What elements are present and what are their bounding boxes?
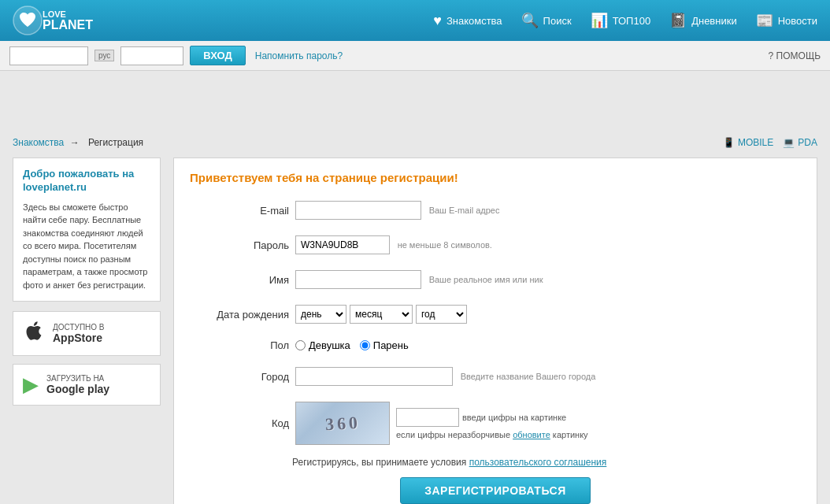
breadcrumb-parent[interactable]: Знакомства [13, 137, 64, 148]
gender-female-text: Девушка [309, 339, 350, 351]
remind-password-link[interactable]: Напомнить пароль? [255, 50, 343, 61]
breadcrumb-separator: → [70, 137, 80, 148]
captcha-container: 360 введи цифры на картинке если цифры н… [295, 402, 798, 445]
name-hint: Ваше реальное имя или ник [429, 275, 543, 284]
nav-dating[interactable]: ♥ Знакомства [433, 13, 502, 29]
dob-month-select[interactable]: месяц [350, 305, 413, 324]
captcha-image: 360 [295, 402, 390, 445]
nav-news[interactable]: 📰 Новости [756, 12, 817, 29]
mobile-icon: 📱 [723, 137, 735, 148]
password-lang-label: рус [94, 50, 114, 61]
pda-link[interactable]: 💻 PDA [783, 137, 817, 148]
city-hint: Введите название Вашего города [461, 372, 596, 381]
logo-text-bottom: PLANET [43, 19, 93, 32]
captcha-text: 360 [324, 412, 361, 434]
captcha-input-row: введи цифры на картинке [396, 408, 588, 427]
register-button[interactable]: ЗАРЕГИСТРИРОВАТЬСЯ [400, 477, 591, 504]
name-row: Имя Ваше реальное имя или ник [190, 266, 801, 293]
nav-top100[interactable]: 📊 ТОП100 [591, 12, 651, 29]
captcha-row: Код 360 введи цифры на картинке е [190, 398, 801, 449]
gender-male-radio[interactable] [360, 340, 370, 350]
email-label: E-mail [190, 197, 292, 224]
dob-selects: день месяц год [295, 305, 798, 324]
password-input[interactable] [295, 235, 390, 254]
gender-row: Пол Девушка Парень [190, 335, 801, 355]
registration-form: E-mail Ваш E-mail адрес Пароль не меньше… [190, 197, 801, 449]
sidebar-welcome-text: Здесь вы сможете быстро найти себе пару.… [23, 201, 150, 292]
captcha-hint: введи цифры на картинке [462, 413, 566, 422]
agree-text: Регистрируясь, вы принимаете условия [292, 457, 466, 468]
captcha-refresh-row: если цифры неразборчивые обновите картин… [396, 430, 588, 439]
pda-icon: 💻 [783, 137, 795, 148]
name-input[interactable] [295, 270, 421, 289]
breadcrumb-bar: Знакомства → Регистрация 📱 MOBILE 💻 PDA [0, 134, 830, 151]
gender-label: Пол [190, 335, 292, 355]
dob-label: Дата рождения [190, 301, 292, 328]
captcha-refresh-link[interactable]: обновите [513, 430, 550, 439]
googleplay-box[interactable]: ▶ ЗАГРУЗИТЬ НА Google play [13, 364, 161, 406]
password-row: Пароль не меньше 8 символов. [190, 232, 801, 258]
code-label: Код [190, 398, 292, 449]
appstore-name: AppStore [53, 332, 105, 344]
logo-text-top: LOVE [43, 10, 93, 19]
breadcrumb: Знакомства → Регистрация [13, 137, 146, 148]
nav-diary-label: Дневники [691, 15, 737, 27]
captcha-right: введи цифры на картинке если цифры нераз… [396, 408, 588, 439]
main-layout: Добро пожаловать на loveplanet.ru Здесь … [0, 151, 830, 504]
gender-male-text: Парень [373, 339, 409, 351]
city-cell: Введите название Вашего города [292, 363, 801, 390]
email-input[interactable] [295, 201, 421, 220]
dob-row: Дата рождения день месяц год [190, 301, 801, 328]
login-bar: рус ВХОД Напомнить пароль? ? ПОМОЩЬ [0, 41, 830, 71]
login-username-input[interactable] [9, 46, 88, 65]
captcha-cell: 360 введи цифры на картинке если цифры н… [292, 398, 801, 449]
gender-female-label[interactable]: Девушка [295, 339, 350, 351]
nav-dating-label: Знакомства [446, 15, 502, 27]
news-icon: 📰 [756, 12, 773, 29]
appstore-label: ДОСТУПНО В [53, 323, 105, 332]
city-label: Город [190, 363, 292, 390]
sidebar-welcome-box: Добро пожаловать на loveplanet.ru Здесь … [13, 158, 161, 302]
top100-icon: 📊 [591, 12, 608, 29]
logo: LOVE PLANET [13, 6, 93, 35]
sidebar-welcome-title: Добро пожаловать на loveplanet.ru [23, 168, 150, 195]
dob-cell: день месяц год [292, 301, 801, 328]
email-row: E-mail Ваш E-mail адрес [190, 197, 801, 224]
name-label: Имя [190, 266, 292, 293]
registration-title: Приветствуем тебя на странице регистраци… [190, 171, 801, 184]
header: LOVE PLANET ♥ Знакомства 🔍 Поиск 📊 ТОП10… [0, 0, 830, 41]
gender-female-radio[interactable] [295, 340, 306, 350]
gender-radios: Девушка Парень [295, 339, 798, 351]
gender-male-label[interactable]: Парень [360, 339, 409, 351]
banner-area [0, 71, 830, 134]
login-button[interactable]: ВХОД [190, 46, 245, 65]
apple-icon [23, 320, 45, 347]
mobile-link[interactable]: 📱 MOBILE [723, 137, 773, 148]
login-password-input[interactable] [120, 46, 183, 65]
gender-cell: Девушка Парень [292, 335, 801, 355]
password-label: Пароль [190, 232, 292, 258]
captcha-hint2: если цифры неразборчивые [396, 430, 510, 439]
help-link[interactable]: ? ПОМОЩЬ [769, 50, 821, 61]
email-cell: Ваш E-mail адрес [292, 197, 801, 224]
dob-day-select[interactable]: день [295, 305, 346, 324]
agree-link[interactable]: пользовательского соглашения [469, 457, 607, 468]
dob-year-select[interactable]: год [416, 305, 467, 324]
googleplay-text: ЗАГРУЗИТЬ НА Google play [46, 374, 109, 395]
city-input[interactable] [295, 367, 453, 386]
googleplay-name: Google play [46, 383, 109, 395]
captcha-input[interactable] [396, 408, 459, 427]
appstore-box[interactable]: ДОСТУПНО В AppStore [13, 311, 161, 356]
password-cell: не меньше 8 символов. [292, 232, 801, 258]
nav-diary[interactable]: 📓 Дневники [669, 12, 737, 29]
nav-news-label: Новости [778, 15, 817, 27]
name-cell: Ваше реальное имя или ник [292, 266, 801, 293]
password-hint: не меньше 8 символов. [398, 240, 492, 250]
registration-panel: Приветствуем тебя на странице регистраци… [173, 158, 817, 504]
email-hint: Ваш E-mail адрес [429, 206, 500, 215]
nav-search-label: Поиск [543, 15, 572, 27]
googleplay-icon: ▶ [23, 372, 39, 397]
captcha-hint3: картинку [553, 430, 588, 439]
nav-search[interactable]: 🔍 Поиск [521, 12, 572, 29]
main-nav: ♥ Знакомства 🔍 Поиск 📊 ТОП100 📓 Дневники… [433, 12, 817, 29]
